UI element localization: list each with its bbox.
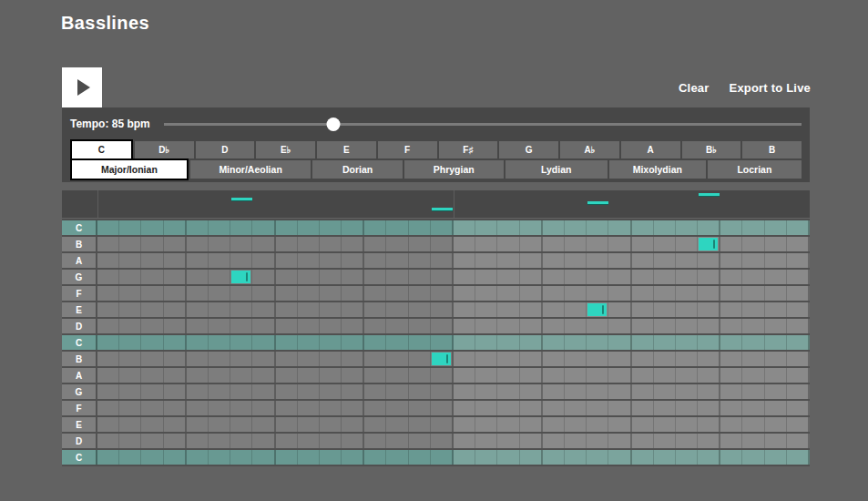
- grid-cell[interactable]: [209, 401, 230, 415]
- key-button-D♭[interactable]: D♭: [135, 141, 194, 158]
- grid-cell[interactable]: [608, 270, 631, 284]
- grid-cell[interactable]: [141, 450, 163, 465]
- grid-cell[interactable]: [565, 286, 587, 301]
- grid-cell[interactable]: [742, 417, 764, 432]
- grid-cell[interactable]: [565, 253, 587, 268]
- grid-cell[interactable]: [320, 319, 342, 333]
- grid-cell[interactable]: [386, 237, 408, 251]
- grid-cell[interactable]: [342, 286, 364, 301]
- grid-cell[interactable]: [342, 237, 364, 251]
- key-button-D[interactable]: D: [196, 141, 255, 158]
- grid-cell[interactable]: [654, 220, 676, 235]
- grid-cell[interactable]: [475, 220, 497, 235]
- grid-cell[interactable]: [742, 220, 764, 235]
- grid-cell[interactable]: [187, 286, 209, 301]
- grid-cell[interactable]: [543, 417, 565, 432]
- grid-cell[interactable]: [520, 335, 543, 350]
- grid-cell[interactable]: [252, 417, 275, 432]
- grid-cell[interactable]: [97, 319, 119, 333]
- grid-cell[interactable]: [720, 384, 742, 399]
- grid-cell[interactable]: [720, 368, 742, 383]
- grid-cell[interactable]: [497, 286, 519, 301]
- grid-cell[interactable]: [676, 286, 698, 301]
- grid-cell[interactable]: [320, 237, 342, 251]
- grid-cell[interactable]: [765, 270, 787, 284]
- grid-cell[interactable]: [342, 450, 364, 465]
- grid-cell[interactable]: [97, 434, 119, 448]
- grid-cell[interactable]: [230, 253, 252, 268]
- grid-cell[interactable]: [119, 434, 141, 448]
- grid-cell[interactable]: [386, 253, 408, 268]
- grid-cell[interactable]: [209, 450, 230, 465]
- grid-cell[interactable]: [386, 384, 408, 399]
- grid-cell[interactable]: [676, 434, 698, 448]
- grid-cell[interactable]: [230, 434, 252, 448]
- grid-cell[interactable]: [454, 253, 475, 268]
- grid-cell[interactable]: [520, 368, 543, 383]
- grid-cell[interactable]: [587, 253, 608, 268]
- grid-cell[interactable]: [765, 352, 787, 366]
- key-button-A[interactable]: A: [621, 141, 680, 158]
- grid-cell[interactable]: [276, 220, 298, 235]
- grid-cell[interactable]: [342, 270, 364, 284]
- grid-cell[interactable]: [431, 220, 454, 235]
- grid-cell[interactable]: [209, 270, 230, 284]
- grid-cell[interactable]: [698, 302, 720, 317]
- grid-cell[interactable]: [454, 237, 475, 251]
- grid-cell[interactable]: [454, 450, 475, 465]
- grid-cell[interactable]: [164, 450, 187, 465]
- key-button-B♭[interactable]: B♭: [682, 141, 741, 158]
- grid-cell[interactable]: [698, 319, 720, 333]
- grid-cell[interactable]: [298, 450, 320, 465]
- grid-cell[interactable]: [141, 220, 163, 235]
- grid-cell[interactable]: [141, 384, 163, 399]
- grid-cell[interactable]: [520, 384, 543, 399]
- grid-cell[interactable]: [608, 450, 631, 465]
- grid-cell[interactable]: [587, 434, 608, 448]
- grid-cell[interactable]: [187, 417, 209, 432]
- grid-cell[interactable]: [119, 450, 141, 465]
- grid-cell[interactable]: [765, 302, 787, 317]
- grid-cell[interactable]: [454, 286, 475, 301]
- grid-cell[interactable]: [230, 302, 252, 317]
- grid-cell[interactable]: [409, 434, 431, 448]
- grid-cell[interactable]: [342, 368, 364, 383]
- grid-cell[interactable]: [497, 319, 519, 333]
- grid-cell[interactable]: [209, 319, 230, 333]
- grid-cell[interactable]: [141, 302, 163, 317]
- grid-cell[interactable]: [252, 434, 275, 448]
- grid-cell[interactable]: [320, 302, 342, 317]
- grid-cell[interactable]: [454, 401, 475, 415]
- grid-cell[interactable]: [252, 253, 275, 268]
- grid-cell[interactable]: [252, 302, 275, 317]
- grid-cell[interactable]: [475, 352, 497, 366]
- grid-cell[interactable]: [475, 384, 497, 399]
- grid-cell[interactable]: [230, 286, 252, 301]
- grid-cell[interactable]: [97, 335, 119, 350]
- grid-cell[interactable]: [654, 253, 676, 268]
- grid-cell[interactable]: [654, 335, 676, 350]
- grid-cell[interactable]: [587, 417, 608, 432]
- grid-cell[interactable]: [119, 401, 141, 415]
- grid-cell[interactable]: [787, 253, 810, 268]
- grid-cell[interactable]: [765, 450, 787, 465]
- grid-cell[interactable]: [97, 220, 119, 235]
- grid-cell[interactable]: [520, 434, 543, 448]
- grid-cell[interactable]: [475, 253, 497, 268]
- grid-cell[interactable]: [342, 220, 364, 235]
- grid-cell[interactable]: [431, 352, 454, 366]
- grid-cell[interactable]: [520, 237, 543, 251]
- grid-cell[interactable]: [252, 368, 275, 383]
- grid-cell[interactable]: [720, 302, 742, 317]
- grid-cell[interactable]: [209, 220, 230, 235]
- grid-cell[interactable]: [676, 368, 698, 383]
- grid-cell[interactable]: [276, 352, 298, 366]
- grid-cell[interactable]: [520, 286, 543, 301]
- grid-cell[interactable]: [454, 335, 475, 350]
- grid-cell[interactable]: [386, 352, 408, 366]
- grid-cell[interactable]: [454, 270, 475, 284]
- grid-cell[interactable]: [141, 335, 163, 350]
- grid-cell[interactable]: [654, 384, 676, 399]
- grid-cell[interactable]: [409, 450, 431, 465]
- grid-cell[interactable]: [298, 417, 320, 432]
